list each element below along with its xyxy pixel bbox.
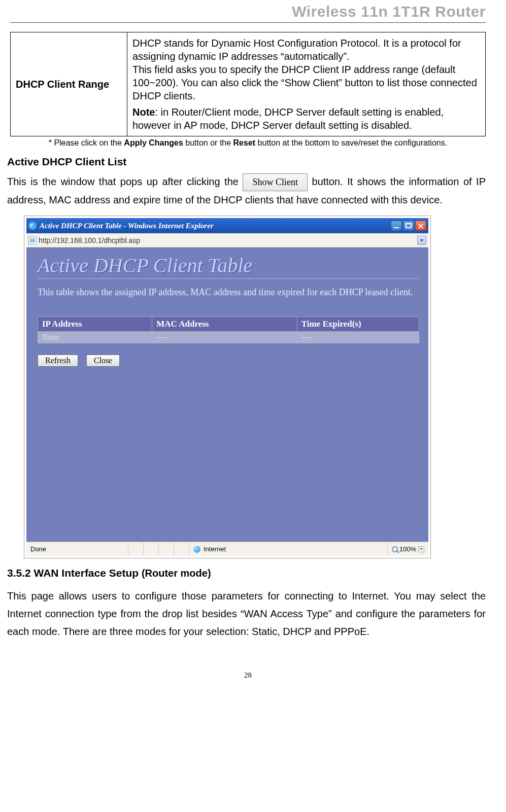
note-text: : in Router/Client mode, DHCP Server def… [132,107,444,131]
paragraph-2: This page allows users to configure thos… [7,587,486,641]
paragraph-1: This is the window that pops up after cl… [7,173,486,209]
show-client-button-inline[interactable]: Show Client [243,173,308,192]
url-text[interactable]: http://192.168.100.1/dhcptbl.asp [39,236,417,244]
magnifier-icon [392,546,398,552]
close-popup-button[interactable]: Close [86,355,120,367]
table-desc-p2: This field asks you to specify the DHCP … [132,64,477,101]
table-desc-cell: DHCP stands for Dynamic Host Configurati… [127,32,486,136]
subheading-active-dhcp: Active DHCP Client List [7,156,486,168]
globe-icon [193,546,200,553]
page-icon [28,236,37,244]
window-titlebar: Active DHCP Client Table - Windows Inter… [26,218,428,233]
col-mac: MAC Address [152,316,297,331]
browser-statusbar: Done Internet 100% [26,542,428,556]
page-header-title: Wireless 11n 1T1R Router [10,3,486,23]
table-row: None ---- ---- [38,331,419,343]
page-number: 28 [10,671,486,680]
chevron-down-icon[interactable] [418,546,424,552]
table-desc-p1: DHCP stands for Dynamic Host Configurati… [132,38,461,62]
note-label: Note [132,107,155,118]
table-label-cell: DHCP Client Range [11,32,127,136]
ie-favicon-icon [28,222,37,230]
status-zoom[interactable]: 100% [387,542,428,556]
browser-window: Active DHCP Client Table - Windows Inter… [24,216,430,558]
dhcp-client-table: IP Address MAC Address Time Expired(s) N… [38,316,419,343]
col-ip: IP Address [38,316,152,331]
minimize-button[interactable] [391,221,402,231]
close-button[interactable] [415,221,426,231]
client-table-desc: This table shows the assigned IP address… [38,286,419,299]
refresh-button[interactable]: Refresh [38,355,78,367]
address-dropdown-icon[interactable] [417,236,426,245]
browser-content: Active DHCP Client Table This table show… [26,248,428,542]
status-zone: Internet [189,542,387,556]
apply-reset-footnote: * Please click on the Apply Changes butt… [10,138,486,148]
col-time: Time Expired(s) [297,316,419,331]
client-table-heading: Active DHCP Client Table [38,254,419,279]
address-bar: http://192.168.100.1/dhcptbl.asp [26,233,428,248]
section-heading-wan: 3.5.2 WAN Interface Setup (Router mode) [7,567,486,579]
status-done: Done [26,542,128,556]
window-title: Active DHCP Client Table - Windows Inter… [40,222,391,230]
dhcp-client-range-table: DHCP Client Range DHCP stands for Dynami… [10,32,486,136]
maximize-button[interactable] [403,221,414,231]
